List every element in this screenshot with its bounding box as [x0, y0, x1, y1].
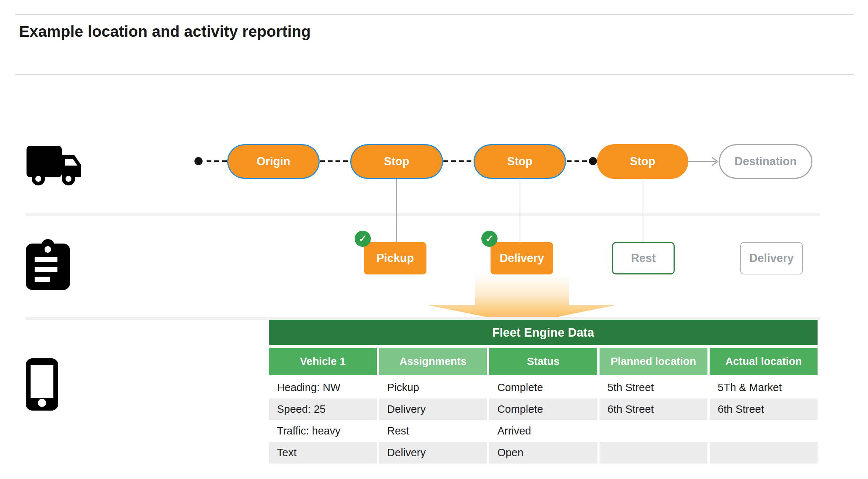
- route-node-label: Destination: [735, 155, 797, 168]
- check-glyph: ✓: [485, 233, 494, 245]
- table-cell: 5Th & Market: [710, 377, 818, 398]
- column-header-vehicle: Vehicle 1: [269, 348, 377, 375]
- route-node-destination: Destination: [719, 144, 812, 179]
- activity-label: Rest: [631, 252, 656, 265]
- table-cell: Complete: [489, 377, 597, 398]
- table-title-bar: Fleet Engine Data: [269, 320, 818, 345]
- route-dash-segment: [320, 160, 350, 162]
- table-cell: [600, 442, 707, 464]
- table-cell: Delivery: [379, 398, 487, 420]
- table-cell: Heading: NW: [269, 377, 377, 398]
- table-cell: [710, 420, 818, 442]
- table-cell: Text: [269, 442, 377, 464]
- table-row: Speed: 25 Delivery Complete 6th Street 6…: [269, 398, 818, 420]
- table-body: Heading: NW Pickup Complete 5th Street 5…: [269, 377, 818, 464]
- table-cell: 6th Street: [600, 398, 707, 420]
- table-cell: Open: [489, 442, 597, 464]
- route-node-stop-1: Stop: [350, 144, 443, 179]
- table-cell: Delivery: [379, 442, 487, 464]
- table-cell: [710, 442, 818, 464]
- table-cell: 6th Street: [710, 398, 818, 420]
- route-node-label: Stop: [630, 155, 656, 168]
- activity-delivery-1: Delivery: [491, 242, 553, 274]
- connector-line: [643, 179, 643, 243]
- route-dash-segment: [443, 160, 473, 162]
- route-node-stop-3: Stop: [597, 144, 688, 179]
- page-title: Example location and activity reporting: [19, 23, 311, 40]
- table-cell: [600, 420, 707, 442]
- phone-icon: [26, 358, 59, 411]
- check-circle-icon: ✓: [355, 231, 371, 247]
- destination-arrow-icon: [688, 156, 721, 167]
- table-cell: Pickup: [379, 377, 487, 398]
- route-node-origin: Origin: [227, 144, 320, 179]
- activity-pickup: Pickup: [364, 242, 426, 274]
- connector-line: [520, 179, 520, 244]
- route-start-dot: [194, 157, 203, 165]
- activity-label: Pickup: [376, 252, 414, 265]
- column-header-status: Status: [489, 348, 597, 375]
- check-glyph: ✓: [359, 233, 367, 245]
- check-circle-icon: ✓: [481, 231, 498, 247]
- column-header-assignments: Assignments: [379, 348, 487, 375]
- data-flow-arrow: [427, 274, 616, 324]
- route-dash-segment: [207, 160, 227, 162]
- fleet-reporting-diagram: Example location and activity reporting …: [0, 0, 868, 479]
- table-cell: 5th Street: [600, 377, 707, 398]
- route-current-dot: [589, 157, 597, 165]
- table-cell: Arrived: [489, 420, 597, 442]
- table-cell: Rest: [379, 420, 487, 442]
- table-row: Heading: NW Pickup Complete 5th Street 5…: [269, 377, 818, 398]
- table-cell: Speed: 25: [269, 398, 377, 420]
- table-header-row: Vehicle 1 Assignments Status Planned loc…: [269, 348, 818, 375]
- table-title: Fleet Engine Data: [492, 326, 594, 340]
- connector-line: [396, 179, 397, 244]
- route-node-label: Origin: [257, 155, 290, 168]
- table-cell: Traffic: heavy: [269, 420, 377, 442]
- truck-icon: [26, 145, 82, 187]
- table-row: Traffic: heavy Rest Arrived: [269, 420, 818, 442]
- route-node-label: Stop: [507, 155, 533, 168]
- activity-delivery-2: Delivery: [740, 242, 803, 274]
- top-rule: [15, 14, 854, 15]
- route-node-stop-2: Stop: [474, 144, 566, 179]
- table-row: Text Delivery Open: [269, 442, 818, 464]
- table-cell: Complete: [489, 398, 597, 420]
- route-node-label: Stop: [384, 155, 410, 168]
- section-divider: [25, 213, 820, 216]
- column-header-planned-location: Planned location: [600, 348, 707, 375]
- activity-rest: Rest: [612, 242, 675, 274]
- column-header-actual-location: Actual location: [710, 348, 818, 375]
- route-dash-segment: [567, 160, 588, 162]
- activity-label: Delivery: [500, 252, 544, 265]
- activity-label: Delivery: [749, 252, 794, 265]
- clipboard-icon: [26, 239, 70, 290]
- header-rule: [15, 74, 854, 75]
